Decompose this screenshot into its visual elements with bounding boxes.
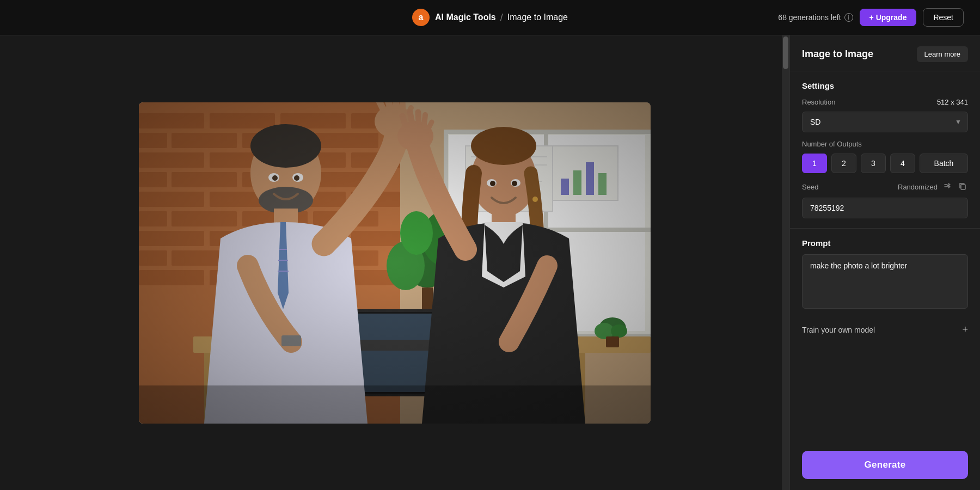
topbar: a AI Magic Tools / Image to Image 68 gen… [0,0,980,35]
scroll-track[interactable] [782,35,789,490]
topbar-actions: 68 generations left i + Upgrade Reset [778,8,964,27]
seed-randomize-button[interactable] [942,181,953,193]
generate-btn-wrapper: Generate [790,442,980,490]
generate-button[interactable]: Generate [802,451,968,479]
info-icon[interactable]: i [844,13,853,22]
seed-right: Randomized [898,181,968,193]
output-btn-2[interactable]: 2 [831,154,856,173]
seed-row: Seed Randomized [802,181,968,193]
output-btn-4[interactable]: 4 [890,154,915,173]
app-logo: a [412,9,430,26]
prompt-textarea[interactable]: make the photo a lot brighter [802,254,968,309]
generations-left-text: 68 generations left [778,13,841,22]
output-btn-batch[interactable]: Batch [920,154,968,173]
prompt-section: Prompt make the photo a lot brighter Tra… [790,229,980,442]
seed-input[interactable] [802,198,968,218]
settings-section: Settings Resolution 512 x 341 SD HD Full… [790,71,980,229]
breadcrumb-app-name: AI Magic Tools [435,13,496,22]
output-btn-1[interactable]: 1 [802,154,827,173]
canvas-area [0,35,789,490]
main-image [139,102,651,424]
train-model-label: Train your own model [802,326,875,334]
main-content: Image to Image Learn more Settings Resol… [0,35,980,490]
upgrade-button[interactable]: + Upgrade [860,9,917,26]
sidebar-header: Image to Image Learn more [790,35,980,71]
breadcrumb-current-page: Image to Image [507,13,568,22]
seed-label: Seed [802,183,818,191]
seed-randomized-label: Randomized [898,183,938,191]
breadcrumb: a AI Magic Tools / Image to Image [412,9,568,26]
generations-left-display: 68 generations left i [778,13,853,22]
image-container [139,102,651,424]
sidebar: Image to Image Learn more Settings Resol… [789,35,980,490]
train-model-plus-icon[interactable]: + [962,324,968,335]
breadcrumb-nav: AI Magic Tools / Image to Image [435,12,568,23]
resolution-row: Resolution 512 x 341 [802,98,968,106]
scroll-thumb[interactable] [783,36,788,69]
learn-more-button[interactable]: Learn more [917,46,968,62]
reset-button[interactable]: Reset [923,8,964,27]
resolution-label: Resolution [802,98,835,106]
breadcrumb-separator: / [500,12,503,23]
svg-rect-122 [139,102,651,424]
svg-rect-123 [961,185,965,189]
resolution-select[interactable]: SD HD Full HD [802,112,968,132]
resolution-dropdown-wrapper[interactable]: SD HD Full HD ▼ [802,112,968,132]
output-buttons-row: 1 2 3 4 Batch [802,154,968,173]
seed-copy-button[interactable] [957,181,968,193]
sidebar-title: Image to Image [802,48,873,60]
train-model-row[interactable]: Train your own model + [802,318,968,341]
settings-title: Settings [802,81,968,90]
output-btn-3[interactable]: 3 [861,154,886,173]
resolution-value: 512 x 341 [937,98,968,106]
outputs-label: Number of Outputs [802,140,968,148]
prompt-label: Prompt [802,238,968,248]
